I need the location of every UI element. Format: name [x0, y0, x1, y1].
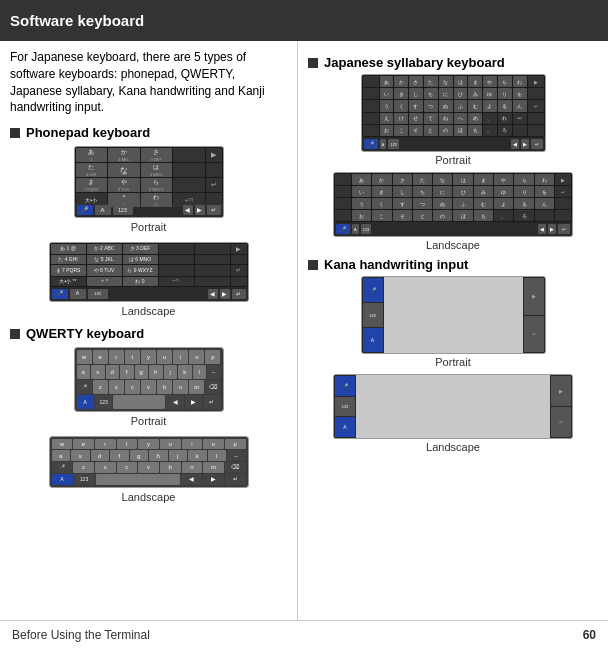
syl-cell: の: [433, 210, 452, 221]
qwerty-key: k: [188, 450, 207, 461]
qwerty-key: ▶: [203, 474, 224, 485]
syl-cell: き: [394, 88, 408, 99]
syl-cell: あ: [352, 174, 371, 185]
syl-cell: る: [514, 198, 533, 209]
qwerty-key: a: [77, 365, 91, 379]
kana-portrait-kbd: 🎤 123 A ▶ ↵: [361, 276, 546, 354]
kbd-cell: や8 TUV: [108, 178, 140, 192]
qwerty-key: p: [225, 439, 246, 450]
square-icon: [308, 58, 318, 68]
qwerty-key: ◀: [181, 474, 202, 485]
qwerty-label: QWERTY keyboard: [26, 325, 144, 343]
qwerty-key: h: [149, 365, 163, 379]
syllabary-landscape-kbd: あ か さ た な は ま や ら わ ▶ い き し ち に: [333, 172, 573, 237]
intro-text: For Japanese keyboard, there are 5 types…: [10, 49, 287, 116]
kana-heading: Kana handwriting input: [308, 257, 598, 272]
syl-cell: し: [409, 88, 423, 99]
qwerty-key: t: [117, 439, 138, 450]
syl-cell: つ: [424, 100, 438, 111]
square-icon: [10, 329, 20, 339]
syl-cell: か: [394, 76, 408, 87]
qwerty-key: x: [109, 380, 124, 394]
phonepad-portrait-caption: Portrait: [131, 220, 166, 235]
kana-draw-area: [356, 375, 550, 438]
syl-cell: ほ: [453, 210, 472, 221]
syl-cell: [363, 100, 379, 111]
qwerty-key: ▶: [185, 395, 202, 409]
qwerty-key: t: [125, 350, 140, 364]
kbd-cell: な 5 JKL: [87, 255, 122, 264]
kbd-cell: ま7 PQRS: [76, 178, 108, 192]
kana-portrait-caption: Portrait: [435, 356, 470, 368]
kana-123-btn: 123: [363, 303, 383, 327]
syl-cell: き: [372, 186, 391, 197]
qwerty-key: A: [77, 395, 94, 409]
kbd-cell: [173, 178, 205, 192]
syl-cell: う: [352, 198, 371, 209]
qwerty-key: g: [135, 365, 149, 379]
syl-cell: [363, 76, 379, 87]
kbd-cell: [195, 277, 230, 286]
kbd-a-btn: A: [352, 224, 359, 234]
syl-cell: ▶: [528, 76, 544, 87]
syllabary-heading: Japanese syllabary keyboard: [308, 55, 598, 70]
kbd-cell: は 6 MNO: [123, 255, 158, 264]
kbd-cell-right: ▶: [206, 148, 222, 162]
kbd-bottom-bar: 🎤 A 123 ◀ ▶ ↵: [362, 137, 545, 151]
syl-cell: お: [352, 210, 371, 221]
kana-123-btn: 123: [335, 397, 355, 417]
qwerty-key: b: [157, 380, 172, 394]
syl-cell: た: [424, 76, 438, 87]
kbd-cell: ら9 WXYZ: [141, 178, 173, 192]
qwerty-key: v: [141, 380, 156, 394]
syl-cell: ↵: [528, 100, 544, 111]
syl-cell: ら: [498, 76, 512, 87]
kbd-cell: [195, 244, 230, 254]
kana-left-panel: 🎤 123 A: [334, 375, 356, 438]
syl-cell: す: [393, 198, 412, 209]
kbd-a-btn: A: [70, 289, 86, 299]
syl-cell: も: [474, 210, 493, 221]
qwerty-key: d: [106, 365, 120, 379]
syllabary-label: Japanese syllabary keyboard: [324, 55, 505, 70]
qwerty-row-3: 🎤 z x c v b n m ⌫: [77, 380, 221, 394]
kbd-mic-btn: 🎤: [77, 205, 93, 215]
qwerty-inner: w e r t y u i o p a s d f: [75, 348, 223, 411]
kana-landscape-container: 🎤 123 A ▶ ↵ Landscape: [308, 374, 598, 453]
syl-cell: ぬ: [439, 100, 453, 111]
syl-cell: [335, 198, 351, 209]
syl-cell: か: [372, 174, 391, 185]
qwerty-row-4: A 123 ◀ ▶ ↵: [77, 395, 221, 409]
kbd-cell: ま 7 PQRS: [51, 265, 86, 275]
qwerty-spacebar: [113, 395, 165, 409]
kbd-cell: さ3 DEF: [141, 148, 173, 162]
syl-cell: と: [424, 125, 438, 136]
qwerty-key: n: [182, 462, 203, 473]
syllabary-landscape-container: あ か さ た な は ま や ら わ ▶ い き し ち に: [308, 172, 598, 251]
syl-cell: い: [380, 88, 394, 99]
syl-cell: ん: [513, 100, 527, 111]
syl-cell: [555, 198, 571, 209]
kana-right-panel: ▶ ↵: [550, 375, 572, 438]
qwerty-key: s: [91, 365, 105, 379]
qwerty-inner: w e r t y u i o p a s d f: [50, 437, 248, 487]
kbd-cell: あ 1 @: [51, 244, 86, 254]
kbd-cell-right: ▶: [231, 244, 247, 254]
kbd-cell-right: [206, 163, 222, 177]
qwerty-key: v: [138, 462, 159, 473]
syl-cell: や: [494, 174, 513, 185]
syl-cell: の: [439, 125, 453, 136]
syl-cell: う: [380, 100, 394, 111]
qwerty-key: f: [110, 450, 129, 461]
syllabary-portrait-caption: Portrait: [435, 154, 470, 166]
kana-mic-btn: 🎤: [363, 278, 383, 302]
syl-cell: ふ: [453, 198, 472, 209]
syl-cell: に: [433, 186, 452, 197]
phonepad-portrait-container: あ1 か2 ABC さ3 DEF ▶ た4 GHI な は6 MNO ま7 PQ…: [10, 146, 287, 235]
kbd-123-btn: 123: [361, 224, 372, 234]
syl-cell: を: [513, 88, 527, 99]
syl-cell: り: [498, 88, 512, 99]
syl-cell: へ: [454, 113, 468, 124]
syl-cell: [528, 113, 544, 124]
qwerty-key: r: [95, 439, 116, 450]
